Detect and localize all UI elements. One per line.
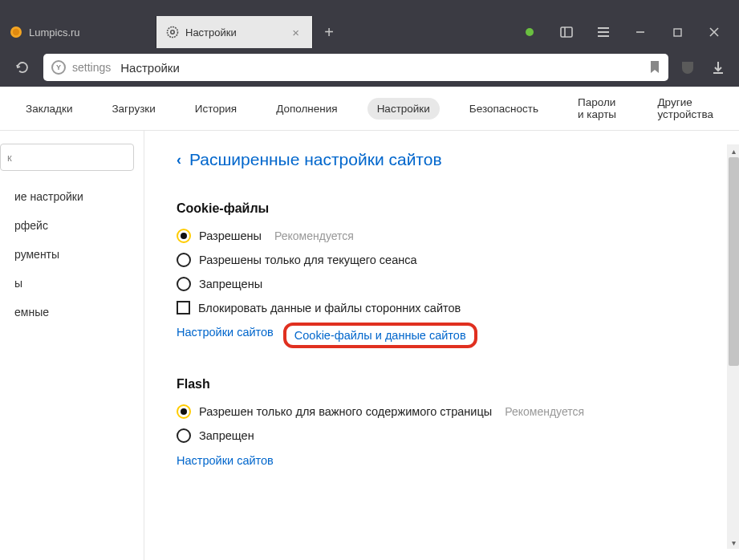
scroll-up-icon[interactable]: ▴ xyxy=(727,144,739,157)
sidebar-toggle-button[interactable] xyxy=(548,16,585,48)
url-prefix: settings xyxy=(72,61,111,74)
content: к ие настройки рфейс рументы ы емные ‹ Р… xyxy=(0,131,739,560)
new-tab-button[interactable]: + xyxy=(313,16,345,48)
sidebar-item[interactable]: ы xyxy=(0,269,144,298)
section-cookies: Cookie-файлы Разрешены Рекомендуется Раз… xyxy=(177,201,707,345)
nav-other-devices[interactable]: Другие устройства xyxy=(648,91,723,125)
radio-label: Разрешены xyxy=(199,229,262,242)
radio-label: Разрешены только для текущего сеанса xyxy=(199,254,417,266)
section-title: Flash xyxy=(177,377,707,392)
nav-passwords[interactable]: Пароли и карты xyxy=(568,91,628,125)
checkbox-block-thirdparty[interactable]: Блокировать данные и файлы сторонних сай… xyxy=(177,301,707,314)
sidebar-item[interactable]: рфейс xyxy=(0,211,144,240)
chevron-left-icon: ‹ xyxy=(177,152,181,168)
back-header[interactable]: ‹ Расширенные настройки сайтов xyxy=(177,150,707,169)
cookies-links: Настройки сайтов Cookie-файлы и данные с… xyxy=(177,326,707,345)
sidebar-item[interactable]: рументы xyxy=(0,240,144,269)
radio-icon xyxy=(177,229,191,243)
radio-icon xyxy=(177,404,191,419)
main-panel: ‹ Расширенные настройки сайтов Cookie-фа… xyxy=(144,131,739,560)
download-icon[interactable] xyxy=(707,56,729,79)
menu-button[interactable] xyxy=(585,16,622,48)
scroll-thumb[interactable] xyxy=(729,157,739,366)
close-window-button[interactable] xyxy=(696,16,733,48)
scroll-down-icon[interactable]: ▾ xyxy=(727,536,739,549)
hint-text: Рекомендуется xyxy=(505,405,584,418)
section-flash: Flash Разрешен только для важного содерж… xyxy=(177,377,707,467)
titlebar: Lumpics.ru Настройки × + xyxy=(0,0,739,48)
radio-cookies-session[interactable]: Разрешены только для текущего сеанса xyxy=(177,253,707,267)
tab-label: Lumpics.ru xyxy=(29,26,80,39)
sidebar-item[interactable]: емные xyxy=(0,298,144,327)
sidebar-search[interactable]: к xyxy=(0,144,134,171)
section-title: Cookie-файлы xyxy=(177,201,707,216)
status-indicator[interactable] xyxy=(511,16,548,48)
tab-lumpics[interactable]: Lumpics.ru xyxy=(0,16,156,48)
reload-button[interactable] xyxy=(10,55,35,80)
page-title: Расширенные настройки сайтов xyxy=(189,150,442,169)
svg-rect-10 xyxy=(674,29,681,36)
nav-history[interactable]: История xyxy=(185,98,246,120)
radio-icon xyxy=(177,428,191,443)
titlebar-right xyxy=(511,16,739,48)
tab-label: Настройки xyxy=(185,26,237,39)
yandex-icon: Y xyxy=(51,60,66,75)
radio-flash-blocked[interactable]: Запрещен xyxy=(177,428,707,443)
flash-links: Настройки сайтов xyxy=(177,454,707,467)
radio-label: Запрещен xyxy=(199,429,254,442)
nav-security[interactable]: Безопасность xyxy=(460,98,548,120)
gear-icon xyxy=(166,26,179,39)
minimize-button[interactable] xyxy=(622,16,659,48)
radio-cookies-allowed[interactable]: Разрешены Рекомендуется xyxy=(177,229,707,243)
url-title: Настройки xyxy=(120,61,180,75)
close-icon[interactable]: × xyxy=(290,26,301,39)
svg-point-1 xyxy=(13,29,19,35)
svg-rect-4 xyxy=(561,27,572,37)
lumpics-favicon xyxy=(10,26,22,39)
address-bar: Y settings Настройки xyxy=(0,48,739,87)
dot-green-icon xyxy=(526,28,534,36)
radio-flash-important[interactable]: Разрешен только для важного содержимого … xyxy=(177,404,707,419)
link-site-settings[interactable]: Настройки сайтов xyxy=(177,454,274,467)
omnibox[interactable]: Y settings Настройки xyxy=(43,54,668,81)
sidebar: к ие настройки рфейс рументы ы емные xyxy=(0,131,144,560)
maximize-button[interactable] xyxy=(659,16,696,48)
bookmark-icon[interactable] xyxy=(649,60,660,75)
radio-label: Запрещены xyxy=(199,278,262,290)
adblock-icon[interactable] xyxy=(676,56,699,79)
sidebar-item[interactable]: ие настройки xyxy=(0,182,144,211)
search-value: к xyxy=(7,152,12,164)
radio-label: Разрешен только для важного содержимого … xyxy=(199,405,492,418)
radio-icon xyxy=(177,253,191,267)
link-cookie-data[interactable]: Cookie-файлы и данные сайтов xyxy=(283,323,477,348)
link-site-settings[interactable]: Настройки сайтов xyxy=(177,326,274,345)
svg-point-2 xyxy=(168,27,178,38)
checkbox-icon xyxy=(177,301,190,314)
nav-addons[interactable]: Дополнения xyxy=(266,98,347,120)
svg-point-3 xyxy=(171,30,174,34)
nav-bookmarks[interactable]: Закладки xyxy=(16,98,82,120)
settings-nav: Закладки Загрузки История Дополнения Нас… xyxy=(0,87,739,131)
radio-cookies-blocked[interactable]: Запрещены xyxy=(177,277,707,291)
checkbox-label: Блокировать данные и файлы сторонних сай… xyxy=(198,302,461,314)
hint-text: Рекомендуется xyxy=(274,229,354,242)
scrollbar[interactable]: ▴ ▾ xyxy=(727,144,739,549)
nav-settings[interactable]: Настройки xyxy=(367,98,440,120)
tab-settings[interactable]: Настройки × xyxy=(156,16,313,48)
nav-downloads[interactable]: Загрузки xyxy=(102,98,164,120)
radio-icon xyxy=(177,277,191,291)
